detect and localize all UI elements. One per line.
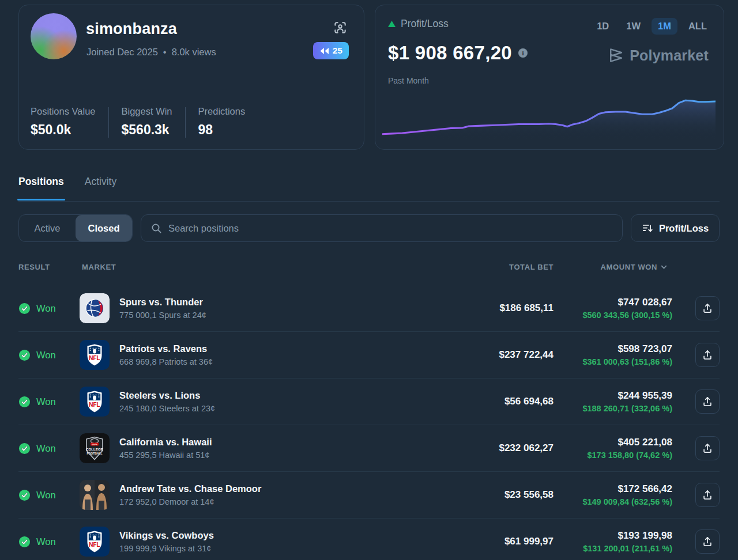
search-input[interactable] bbox=[168, 223, 613, 234]
column-result: RESULT bbox=[18, 263, 50, 271]
stat-value: 98 bbox=[198, 122, 246, 138]
profile-card: simonbanza Joined Dec 2025 • 8.0k views bbox=[18, 5, 364, 150]
amount-won-cell: $598 723,07 $361 000,63 (151,86 %) bbox=[582, 343, 672, 366]
amount-won-value: $405 221,08 bbox=[587, 437, 672, 448]
sort-button-label: Profit/Loss bbox=[659, 223, 709, 234]
check-circle-icon bbox=[18, 302, 31, 315]
position-row[interactable]: Won Spurs vs. Thunder 775 000,1 Spurs at… bbox=[18, 285, 720, 332]
tab-activity[interactable]: Activity bbox=[85, 176, 116, 200]
rewind-badge[interactable]: 25 bbox=[313, 42, 349, 59]
profit-value: $173 158,80 (74,62 %) bbox=[587, 451, 672, 460]
market-title: California vs. Hawaii bbox=[119, 437, 212, 448]
svg-text:COLLEGE: COLLEGE bbox=[86, 447, 103, 451]
rewind-icon bbox=[319, 47, 329, 55]
column-amount-won-label: AMOUNT WON bbox=[601, 263, 657, 271]
share-button[interactable] bbox=[695, 483, 720, 507]
stat-divider bbox=[185, 107, 186, 138]
stat-label: Biggest Win bbox=[122, 106, 172, 117]
column-market: MARKET bbox=[82, 263, 116, 271]
check-circle-icon bbox=[18, 442, 31, 455]
position-row[interactable]: Won ESPNCOLLEGEFOOTBALL California vs. H… bbox=[18, 425, 720, 472]
market-subtitle: 775 000,1 Spurs at 24¢ bbox=[119, 311, 206, 320]
profit-value: $188 260,71 (332,06 %) bbox=[582, 404, 672, 413]
tabs-divider bbox=[18, 201, 720, 202]
share-button[interactable] bbox=[695, 529, 720, 554]
profit-value: $131 200,01 (211,61 %) bbox=[583, 544, 672, 553]
market-subtitle: 172 952,0 Demoor at 14¢ bbox=[119, 497, 261, 506]
total-bet-value: $186 685,11 bbox=[499, 302, 554, 314]
position-row[interactable]: Won NFL Patriots vs. Ravens 668 969,8 Pa… bbox=[18, 332, 720, 379]
result-cell: Won bbox=[18, 396, 80, 408]
stat-label: Predictions bbox=[198, 106, 246, 117]
svg-text:NFL: NFL bbox=[89, 542, 100, 548]
market-title: Andrew Tate vs. Chase Demoor bbox=[119, 483, 261, 494]
share-button[interactable] bbox=[695, 436, 720, 460]
market-text: Andrew Tate vs. Chase Demoor 172 952,0 D… bbox=[119, 483, 261, 506]
range-1d[interactable]: 1D bbox=[590, 18, 615, 35]
share-button[interactable] bbox=[695, 343, 720, 367]
chevron-down-icon bbox=[660, 263, 668, 271]
segment-active[interactable]: Active bbox=[19, 215, 76, 241]
stat-biggest-win: Biggest Win$560.3k bbox=[122, 106, 172, 138]
range-1w[interactable]: 1W bbox=[620, 18, 647, 35]
amount-won-cell: $193 199,98 $131 200,01 (211,61 %) bbox=[583, 530, 672, 553]
range-1m[interactable]: 1M bbox=[652, 18, 677, 35]
search-box[interactable] bbox=[141, 214, 623, 242]
segment-closed[interactable]: Closed bbox=[76, 215, 132, 241]
amount-won-cell: $244 955,39 $188 260,71 (332,06 %) bbox=[582, 390, 672, 413]
profile-stats: Positions Value$50.0kBiggest Win$560.3kP… bbox=[31, 106, 245, 138]
polymarket-logo-icon bbox=[607, 47, 624, 64]
amount-won-cell: $172 566,42 $149 009,84 (632,56 %) bbox=[582, 483, 672, 506]
market-text: Vikings vs. Cowboys 199 999,9 Vikings at… bbox=[119, 530, 214, 553]
pnl-label-wrap: Profit/Loss bbox=[388, 18, 449, 30]
position-row[interactable]: Won NFL Vikings vs. Cowboys 199 999,9 Vi… bbox=[18, 519, 720, 560]
result-label: Won bbox=[36, 443, 56, 454]
market-text: Steelers vs. Lions 245 180,0 Steelers at… bbox=[119, 390, 215, 413]
polymarket-brand-name: Polymarket bbox=[630, 47, 709, 64]
pnl-card: Profit/Loss 1D1W1MALL $1 908 667,20 i Po… bbox=[375, 5, 724, 150]
range-all[interactable]: ALL bbox=[682, 18, 713, 35]
amount-won-value: $193 199,98 bbox=[583, 530, 672, 542]
polymarket-profile-page: simonbanza Joined Dec 2025 • 8.0k views bbox=[0, 0, 738, 560]
result-cell: Won bbox=[18, 302, 80, 315]
result-cell: Won bbox=[18, 442, 80, 455]
market-text: Spurs vs. Thunder 775 000,1 Spurs at 24¢ bbox=[119, 297, 206, 320]
nfl-icon: NFL bbox=[80, 340, 110, 370]
profit-value: $149 009,84 (632,56 %) bbox=[582, 497, 672, 506]
market-title: Vikings vs. Cowboys bbox=[119, 530, 214, 541]
position-row[interactable]: Won NFL Steelers vs. Lions 245 180,0 Ste… bbox=[18, 379, 720, 425]
fighters-photo-icon bbox=[80, 480, 110, 510]
check-circle-icon bbox=[18, 489, 31, 501]
avatar bbox=[31, 13, 77, 59]
result-label: Won bbox=[36, 396, 56, 407]
result-label: Won bbox=[36, 536, 56, 547]
sort-profit-loss-button[interactable]: Profit/Loss bbox=[631, 214, 720, 242]
column-amount-won[interactable]: AMOUNT WON bbox=[601, 263, 668, 271]
amount-won-cell: $405 221,08 $173 158,80 (74,62 %) bbox=[587, 437, 672, 460]
joined-date: Joined Dec 2025 bbox=[86, 47, 158, 58]
stat-label: Positions Value bbox=[31, 106, 96, 117]
nfl-icon: NFL bbox=[80, 527, 110, 557]
result-cell: Won bbox=[18, 349, 80, 361]
nfl-icon: NFL bbox=[80, 387, 110, 417]
total-bet-value: $232 062,27 bbox=[499, 442, 554, 454]
total-bet-value: $61 999,97 bbox=[504, 536, 554, 547]
result-cell: Won bbox=[18, 489, 80, 501]
positions-list: Won Spurs vs. Thunder 775 000,1 Spurs at… bbox=[18, 285, 720, 560]
search-icon bbox=[150, 222, 162, 234]
share-button[interactable] bbox=[695, 296, 720, 320]
face-scan-icon[interactable] bbox=[333, 20, 348, 35]
info-icon[interactable]: i bbox=[518, 48, 528, 58]
share-button[interactable] bbox=[695, 389, 720, 414]
pnl-period: Past Month bbox=[388, 76, 429, 85]
position-row[interactable]: Won Andrew Tate vs. Chase Demoor 172 952… bbox=[18, 472, 720, 519]
rewind-badge-count: 25 bbox=[333, 46, 342, 56]
total-bet-value: $237 722,44 bbox=[499, 349, 554, 361]
amount-won-cell: $747 028,67 $560 343,56 (300,15 %) bbox=[582, 297, 672, 320]
market-text: California vs. Hawaii 455 295,5 Hawaii a… bbox=[119, 437, 212, 460]
amount-won-value: $598 723,07 bbox=[582, 343, 672, 355]
profit-value: $560 343,56 (300,15 %) bbox=[582, 311, 672, 320]
profit-value: $361 000,63 (151,86 %) bbox=[582, 357, 672, 366]
tab-positions[interactable]: Positions bbox=[18, 176, 64, 200]
market-title: Steelers vs. Lions bbox=[119, 390, 215, 401]
